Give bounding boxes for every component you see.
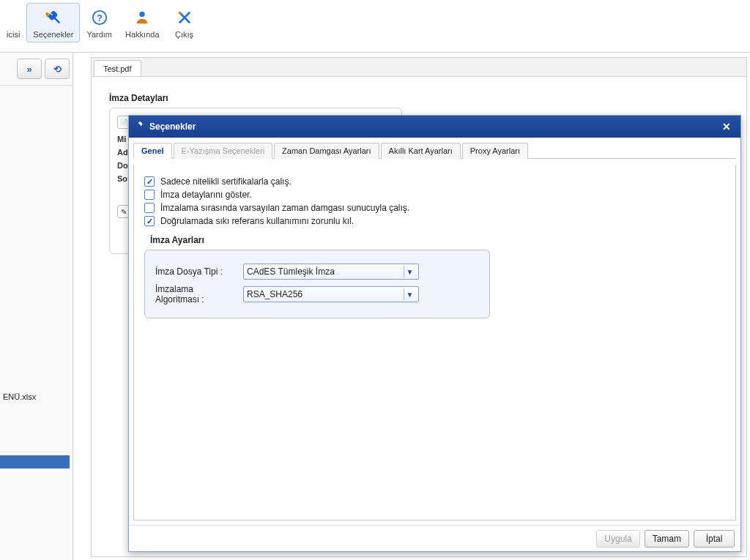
chevron-down-icon: ▼ (404, 266, 415, 277)
left-selected-row[interactable] (0, 455, 70, 468)
toolbar-item-options[interactable]: Seçenekler (26, 3, 80, 42)
signature-settings: İmza Dosya Tipi : CAdES Tümleşik İmza ▼ … (144, 250, 490, 318)
question-icon: ? (86, 8, 112, 27)
main-toolbar: icisi Seçenekler ? Yardım Hakkında Çıkış (0, 0, 750, 53)
cross-icon (173, 8, 196, 27)
left-panel: » ⟲ ENÜ.xlsx (0, 53, 73, 560)
check-label-strict-ref: Doğrulamada sıkı referans kullanımını zo… (160, 216, 354, 226)
ok-button[interactable]: Tamam (645, 530, 689, 548)
toolbar-label-0: icisi (7, 30, 20, 39)
check-row-default-ts[interactable]: İmzalama sırasında varsayılan zaman damg… (144, 203, 725, 213)
dialog-tab-smartcard[interactable]: Akıllı Kart Ayarları (381, 143, 461, 159)
dialog-close-button[interactable]: ✕ (719, 119, 735, 135)
toolbar-label-help: Yardım (86, 30, 112, 39)
dialog-tab-eyazisma: E-Yazışma Seçenekleri (174, 143, 273, 159)
left-btn-refresh[interactable]: ⟲ (45, 59, 70, 79)
check-label-default-ts: İmzalama sırasında varsayılan zaman damg… (160, 203, 409, 213)
svg-point-3 (178, 12, 181, 15)
left-btn-forward[interactable]: » (17, 59, 42, 79)
person-icon (125, 8, 159, 27)
section-title: İmza Detayları (109, 93, 729, 103)
toolbar-label-about: Hakkında (125, 30, 159, 39)
dialog-body: Genel E-Yazışma Seçenekleri Zaman Damgas… (129, 138, 740, 525)
dialog-tab-proxy[interactable]: Proxy Ayarları (462, 143, 528, 159)
toolbar-label-exit: Çıkış (173, 30, 196, 39)
cancel-button[interactable]: İptal (694, 530, 735, 548)
toolbar-item-help[interactable]: ? Yardım (80, 3, 119, 42)
wrench-cross-icon (33, 8, 73, 27)
chevron-down-icon: ▼ (404, 288, 415, 300)
toolbar-item-exit[interactable]: Çıkış (166, 3, 203, 42)
dialog-footer: Uygula Tamam İptal (129, 525, 740, 551)
dialog-tab-general[interactable]: Genel (133, 143, 172, 159)
sig-type-value: CAdES Tümleşik İmza (247, 266, 335, 277)
checkbox-strict-ref[interactable] (144, 216, 155, 226)
check-row-qualified[interactable]: Sadece nitelikli sertifikalarla çalış. (144, 176, 725, 187)
check-row-strict-ref[interactable]: Doğrulamada sıkı referans kullanımını zo… (144, 216, 725, 226)
wrench-icon (135, 121, 145, 133)
check-label-showdetails: İmza detaylarını göster. (160, 190, 252, 200)
toolbar-item-about[interactable]: Hakkında (119, 3, 166, 42)
sig-group-label: İmza Ayarları (150, 235, 725, 245)
checkbox-qualified[interactable] (144, 176, 155, 187)
toolbar-label-options: Seçenekler (33, 30, 73, 39)
check-label-qualified: Sadece nitelikli sertifikalarla çalış. (160, 176, 292, 187)
left-file-item[interactable]: ENÜ.xlsx (0, 389, 70, 404)
options-dialog: Seçenekler ✕ Genel E-Yazışma Seçenekleri… (128, 115, 741, 552)
wrench-icon (7, 8, 20, 27)
dialog-tabs: Genel E-Yazışma Seçenekleri Zaman Damgas… (133, 142, 736, 159)
document-tab[interactable]: Test.pdf (94, 60, 141, 76)
sig-type-label: İmza Dosya Tipi : (155, 266, 239, 277)
svg-point-2 (140, 12, 145, 17)
apply-button: Uygula (596, 530, 639, 548)
sig-type-dropdown[interactable]: CAdES Tümleşik İmza ▼ (243, 264, 419, 280)
dialog-tab-timestamp[interactable]: Zaman Damgası Ayarları (274, 143, 379, 159)
dialog-pane-general: Sadece nitelikli sertifikalarla çalış. İ… (133, 165, 736, 520)
sig-alg-dropdown[interactable]: RSA_SHA256 ▼ (243, 286, 419, 302)
toolbar-item-0[interactable]: icisi (0, 3, 26, 42)
document-tabstrip: Test.pdf (92, 58, 746, 77)
checkbox-default-ts[interactable] (144, 203, 155, 213)
svg-text:?: ? (97, 12, 103, 23)
left-panel-buttons: » ⟲ (0, 53, 73, 86)
sig-alg-value: RSA_SHA256 (247, 289, 302, 299)
check-row-showdetails[interactable]: İmza detaylarını göster. (144, 190, 725, 200)
dialog-title: Seçenekler (149, 122, 196, 132)
dialog-titlebar[interactable]: Seçenekler ✕ (129, 116, 740, 138)
checkbox-showdetails[interactable] (144, 190, 155, 200)
sig-alg-label: İmzalama Algoritması : (155, 284, 239, 305)
